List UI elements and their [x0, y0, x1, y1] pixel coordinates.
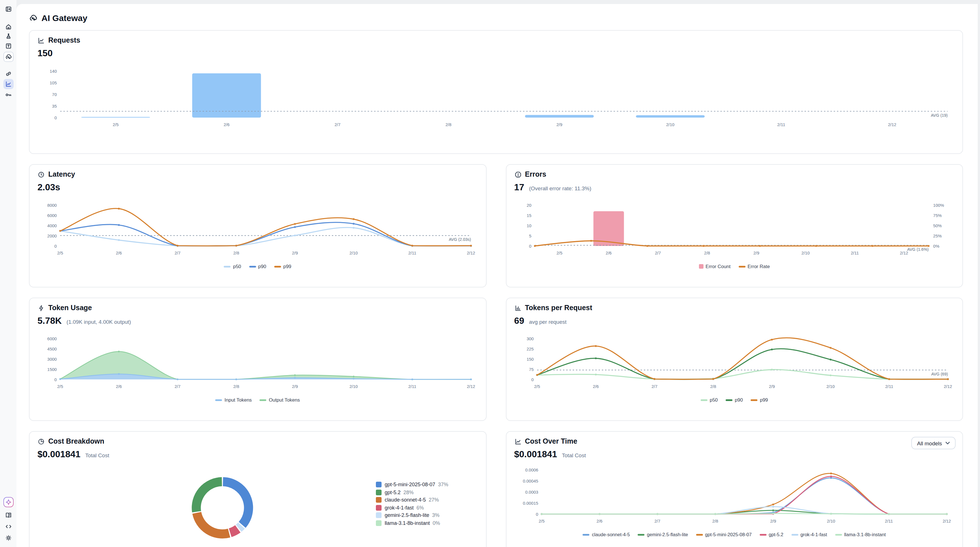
- sidebar-item-code[interactable]: [5, 523, 12, 530]
- legend-percent: 3%: [432, 512, 439, 518]
- legend-label: p90: [735, 397, 743, 403]
- svg-text:0: 0: [529, 244, 531, 249]
- sidebar-item-analytics[interactable]: [3, 79, 13, 89]
- main-content: AI Gateway Requests 150 035701051402/52/…: [16, 4, 978, 547]
- svg-text:AVG (2.03s): AVG (2.03s): [449, 237, 471, 242]
- sidebar-item-api-keys[interactable]: [5, 91, 12, 98]
- requests-title: Requests: [48, 37, 80, 44]
- cost-breakdown-card-header: Cost Breakdown: [38, 437, 478, 445]
- svg-text:2/8: 2/8: [704, 250, 710, 255]
- sidebar-item-templates[interactable]: [5, 43, 12, 49]
- legend-item: Error Count: [698, 263, 730, 269]
- sidebar-item-home[interactable]: [5, 23, 12, 30]
- sidebar-toggle-button[interactable]: [5, 6, 12, 13]
- legend-swatch: [760, 534, 767, 535]
- legend-label: Error Rate: [748, 263, 770, 269]
- svg-text:AVG (69): AVG (69): [931, 372, 948, 376]
- legend-label: claude-sonnet-4-5: [385, 497, 426, 503]
- svg-text:2/11: 2/11: [777, 122, 785, 127]
- svg-text:2/11: 2/11: [851, 250, 859, 255]
- legend-item: llama-3.1-8b-instant0%: [376, 520, 448, 526]
- svg-text:225: 225: [527, 346, 533, 351]
- page-title: AI Gateway: [41, 13, 88, 23]
- sidebar-item-docs[interactable]: [5, 512, 12, 518]
- cost-over-time-subtitle: Total Cost: [562, 452, 586, 458]
- legend-label: gpt-5.2: [769, 532, 784, 537]
- sidebar-item-ai-gateway[interactable]: [3, 52, 13, 62]
- token-usage-chart[interactable]: 015003000450060002/52/62/72/82/92/102/11…: [38, 332, 478, 395]
- chart-line-icon: [514, 438, 522, 445]
- svg-text:2/5: 2/5: [57, 384, 63, 389]
- sidebar-item-links[interactable]: [5, 70, 12, 77]
- svg-text:2/8: 2/8: [712, 518, 718, 523]
- code-icon: [5, 523, 12, 530]
- legend-item: gpt-5.2: [760, 532, 784, 537]
- sparkle-icon: [5, 499, 12, 506]
- svg-text:75: 75: [528, 367, 533, 372]
- svg-text:15: 15: [527, 213, 531, 218]
- legend-item: claude-sonnet-4-527%: [376, 497, 448, 503]
- svg-text:0: 0: [54, 115, 57, 120]
- svg-text:0%: 0%: [933, 244, 939, 249]
- legend-swatch: [738, 266, 745, 267]
- cost-breakdown-legend: gpt-5-mini-2025-08-0737%gpt-5.228%claude…: [376, 482, 448, 526]
- cost-over-time-title: Cost Over Time: [525, 437, 577, 445]
- legend-swatch: [215, 399, 222, 401]
- errors-card: Errors 17 (Overall error rate: 11.3%) 05…: [506, 164, 963, 287]
- svg-text:2/6: 2/6: [116, 250, 122, 255]
- svg-text:2/7: 2/7: [334, 122, 340, 127]
- sidebar-item-evals[interactable]: [5, 33, 12, 40]
- svg-text:2/9: 2/9: [753, 250, 759, 255]
- legend-swatch: [751, 399, 758, 401]
- token-usage-card: Token Usage 5.78K (1.09K input, 4.00K ou…: [29, 298, 486, 421]
- svg-text:0: 0: [54, 244, 57, 249]
- legend-label: p99: [283, 263, 291, 269]
- tokens-per-request-title: Tokens per Request: [525, 304, 592, 312]
- tokens-per-request-card: Tokens per Request 69 avg per request 07…: [506, 298, 963, 421]
- legend-swatch: [376, 497, 382, 503]
- legend-item: p90: [725, 397, 743, 403]
- errors-value: 17: [514, 182, 524, 192]
- key-icon: [5, 91, 12, 98]
- legend-swatch: [701, 399, 708, 401]
- errors-chart[interactable]: 051015200%25%50%75%100%2/52/62/72/82/92/…: [514, 198, 955, 262]
- cost-over-time-value: $0.001841: [514, 449, 557, 459]
- svg-text:2/8: 2/8: [233, 250, 239, 255]
- svg-text:AVG (1.6%): AVG (1.6%): [907, 247, 928, 252]
- svg-text:300: 300: [527, 336, 533, 341]
- chart-line-icon: [5, 81, 12, 88]
- svg-text:2/10: 2/10: [350, 250, 358, 255]
- requests-card-header: Requests: [38, 37, 955, 44]
- requests-chart[interactable]: 035701051402/52/62/72/82/92/102/112/12AV…: [38, 63, 955, 136]
- sidebar-item-ai-assistant[interactable]: [3, 497, 13, 507]
- svg-text:2/9: 2/9: [770, 518, 776, 523]
- latency-legend: p50p90p99: [38, 263, 478, 269]
- legend-swatch: [698, 264, 703, 269]
- svg-text:2/10: 2/10: [827, 518, 835, 523]
- cost-breakdown-subtitle: Total Cost: [85, 452, 109, 458]
- model-filter-label: All models: [917, 440, 942, 446]
- legend-item: gemini-2.5-flash-lite: [638, 532, 688, 537]
- pie-chart-icon: [38, 438, 45, 445]
- sidebar-item-settings[interactable]: [5, 534, 12, 541]
- latency-card-header: Latency: [38, 171, 478, 179]
- svg-text:2/9: 2/9: [292, 250, 298, 255]
- legend-label: p90: [258, 263, 266, 269]
- svg-text:2/8: 2/8: [445, 122, 452, 127]
- docs-book-icon: [5, 512, 12, 518]
- model-filter-dropdown[interactable]: All models: [911, 437, 956, 449]
- legend-item: grok-4-1-fast6%: [376, 505, 448, 510]
- legend-label: p99: [760, 397, 768, 403]
- svg-text:2/7: 2/7: [654, 518, 660, 523]
- svg-text:0: 0: [531, 377, 533, 382]
- legend-item: p99: [274, 263, 291, 269]
- cost-over-time-chart[interactable]: 00.000150.00030.000450.00062/52/62/72/82…: [514, 463, 955, 530]
- cost-over-time-card: Cost Over Time $0.001841 Total Cost All …: [506, 431, 963, 547]
- latency-chart[interactable]: 020004000600080002/52/62/72/82/92/102/11…: [38, 198, 478, 262]
- tokens-per-request-chart[interactable]: 0751502253002/52/62/72/82/92/102/112/12A…: [514, 332, 955, 395]
- legend-label: gpt-5-mini-2025-08-07: [705, 532, 752, 537]
- svg-text:2/12: 2/12: [942, 518, 950, 523]
- svg-text:70: 70: [52, 92, 57, 97]
- page: AI Gateway Requests 150 035701051402/52/…: [0, 0, 980, 547]
- svg-text:4500: 4500: [48, 346, 57, 351]
